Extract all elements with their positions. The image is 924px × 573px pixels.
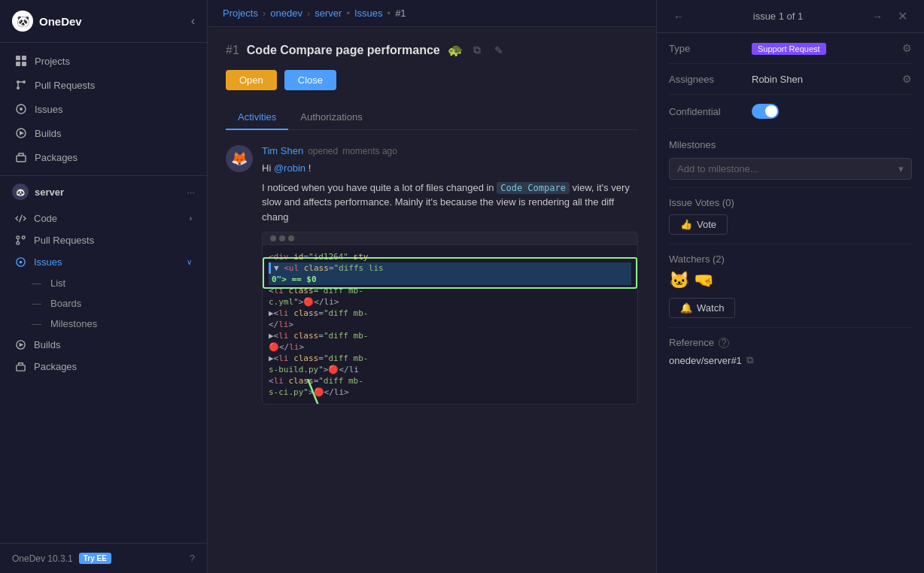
code-line-2: 0"> == $0: [269, 274, 631, 285]
pr-server-icon: [15, 235, 26, 246]
votes-section: Issue Votes (0) 👍 Vote: [669, 188, 912, 244]
boards-dash: —: [32, 298, 41, 309]
sidebar-item-pull-requests-server[interactable]: Pull Requests: [0, 229, 207, 251]
issue-actions: Open Close: [226, 70, 638, 90]
type-label: Type: [669, 43, 752, 54]
tab-activities[interactable]: Activities: [226, 105, 288, 130]
next-issue-btn[interactable]: →: [868, 9, 887, 24]
svg-point-16: [17, 241, 20, 244]
sidebar-item-projects[interactable]: Projects: [0, 49, 207, 73]
sidebar-item-code[interactable]: Code ›: [0, 208, 207, 229]
watch-button[interactable]: 🔔 Watch: [669, 298, 735, 318]
assignees-settings-icon[interactable]: ⚙: [902, 73, 912, 85]
sidebar-item-packages-top[interactable]: Packages: [0, 145, 207, 169]
sidebar-label-builds-top: Builds: [35, 128, 61, 139]
milestone-select[interactable]: Add to milestone... ▾: [669, 158, 912, 180]
sidebar-label-projects: Projects: [35, 56, 70, 67]
sidebar: 🐼 OneDev ‹ Projects Pull Requests Issues…: [0, 0, 208, 573]
svg-point-17: [22, 236, 25, 239]
type-settings-icon[interactable]: ⚙: [902, 42, 912, 54]
help-icon[interactable]: ?: [190, 553, 195, 564]
hi-text: Hi: [262, 162, 271, 174]
svg-marker-12: [20, 131, 24, 135]
watchers-title: Watchers (2): [669, 253, 912, 265]
breadcrumb-issue-id: #1: [395, 8, 406, 19]
sidebar-item-list[interactable]: — List: [0, 273, 207, 293]
sidebar-item-issues[interactable]: Issues: [0, 97, 207, 121]
sep4: •: [388, 8, 391, 19]
code-line-3: <li class="diff mb-: [269, 285, 631, 296]
code-line-7: ▶<li class="diff mb-: [269, 330, 631, 341]
sidebar-item-issues-server[interactable]: Issues ∨: [0, 251, 207, 273]
svg-rect-13: [17, 156, 26, 162]
activity-body-greeting: Hi @robin !: [262, 161, 638, 176]
main-content: Projects › onedev › server • Issues • #1…: [208, 0, 656, 573]
close-panel-btn[interactable]: ✕: [893, 8, 912, 25]
confidential-toggle-wrapper: [752, 104, 912, 119]
tab-authorizations[interactable]: Authorizations: [288, 105, 374, 130]
svg-marker-22: [20, 343, 24, 347]
activity-time: moments ago: [342, 146, 397, 156]
dot1: [270, 235, 276, 241]
exclaim-text: !: [309, 162, 312, 174]
thumbsup-icon: 👍: [680, 219, 692, 230]
sidebar-label-code: Code: [34, 213, 57, 224]
sidebar-label-issues: Issues: [35, 104, 63, 115]
right-panel-body: Type Support Request ⚙ Assignees Robin S…: [657, 33, 924, 573]
vote-button[interactable]: 👍 Vote: [669, 214, 728, 235]
sidebar-item-builds-top[interactable]: Builds: [0, 121, 207, 145]
sidebar-item-pull-requests[interactable]: Pull Requests: [0, 73, 207, 97]
reference-title: Reference ?: [669, 337, 912, 348]
sidebar-item-milestones[interactable]: — Milestones: [0, 314, 207, 334]
sidebar-bottom: OneDev 10.3.1 Try EE ?: [0, 543, 207, 573]
issue-server-icon: [15, 256, 26, 268]
watcher-avatars: 🐱 🤜: [669, 271, 912, 290]
right-panel: ← issue 1 of 1 → ✕ Type Support Request …: [656, 0, 924, 573]
svg-point-6: [23, 80, 26, 83]
reference-help-icon: ?: [719, 338, 729, 348]
confidential-label: Confidential: [669, 106, 752, 117]
sidebar-label-list: List: [50, 277, 65, 289]
close-button[interactable]: Close: [284, 70, 336, 90]
server-menu-btn[interactable]: ···: [187, 186, 195, 198]
copy-issue-btn[interactable]: ⧉: [470, 42, 484, 58]
activity-action: opened: [308, 146, 338, 156]
votes-title: Issue Votes (0): [669, 197, 912, 208]
open-button[interactable]: Open: [226, 70, 277, 90]
top-nav: Projects Pull Requests Issues Builds Pac…: [0, 43, 207, 175]
svg-rect-23: [17, 365, 25, 371]
sidebar-item-builds-server[interactable]: Builds: [0, 334, 207, 356]
assignees-value: Robin Shen: [752, 74, 902, 85]
sidebar-item-packages-server[interactable]: Packages: [0, 356, 207, 377]
code-line-9: ▶<li class="diff mb-: [269, 353, 631, 364]
breadcrumb-projects[interactable]: Projects: [223, 8, 258, 19]
mention-robin[interactable]: @robin: [274, 162, 305, 174]
breadcrumb-org[interactable]: onedev: [270, 8, 302, 19]
prev-issue-btn[interactable]: ←: [669, 9, 688, 24]
code-line-12: s-ci.py">🔴</li>: [269, 387, 631, 398]
edit-issue-btn[interactable]: ✎: [491, 43, 506, 58]
reference-section: Reference ? onedev/server#1 ⧉: [669, 328, 912, 375]
packages-icon-top: [15, 151, 27, 163]
sidebar-label-milestones: Milestones: [50, 318, 97, 329]
issue-panel: #1 Code Compare page performance 🐢 ⧉ ✎ O…: [208, 27, 656, 573]
code-block-header: [263, 232, 637, 245]
copy-reference-btn[interactable]: ⧉: [746, 354, 753, 366]
code-line-6: </li>: [269, 319, 631, 330]
dot3: [288, 235, 294, 241]
activity-author: Tim Shen: [262, 145, 303, 156]
app-name: OneDev: [39, 15, 82, 28]
svg-point-4: [17, 80, 20, 83]
breadcrumb-repo[interactable]: server: [315, 8, 342, 19]
sidebar-header: 🐼 OneDev ‹: [0, 0, 207, 43]
breadcrumb-issues[interactable]: Issues: [354, 8, 383, 19]
issue-number: #1: [226, 44, 239, 57]
milestone-chevron-icon: ▾: [898, 163, 904, 174]
sidebar-collapse-btn[interactable]: ‹: [191, 14, 195, 28]
sidebar-item-boards[interactable]: — Boards: [0, 293, 207, 314]
try-ee-badge[interactable]: Try EE: [79, 553, 111, 564]
code-line-10: s-build.py">🔴</li: [269, 364, 631, 375]
confidential-toggle[interactable]: [752, 104, 779, 119]
body-before: I noticed when you have quite a lot of f…: [262, 182, 494, 193]
code-compare-ref: Code Compare: [497, 182, 570, 194]
